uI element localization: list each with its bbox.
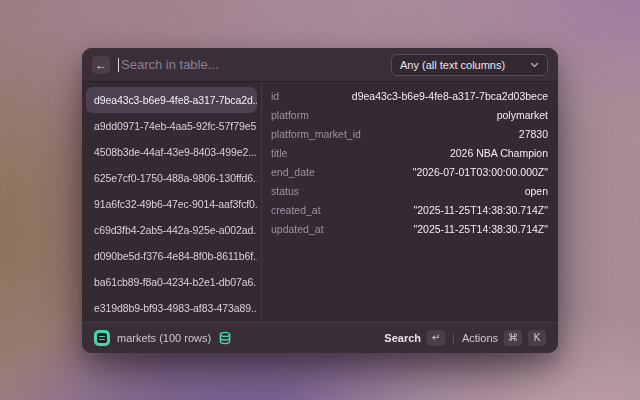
table-search-dialog: ← Any (all text columns) d9ea43c3-b6e9-4…: [82, 48, 558, 353]
chevron-down-icon: [530, 62, 539, 68]
k-key-icon: K: [528, 330, 546, 346]
record-preview: id d9ea43c3-b6e9-4fe8-a317-7bca2d03bece …: [262, 82, 558, 322]
field-key: end_date: [271, 166, 315, 178]
footer-separator: |: [452, 332, 455, 344]
actions-hint-label: Actions: [462, 332, 498, 344]
field-row: created_at "2025-11-25T14:38:30.714Z": [271, 200, 548, 219]
field-row: end_date "2026-07-01T03:00:00.000Z": [271, 162, 548, 181]
status-bar: markets (100 rows) Search ↵ | Actions ⌘ …: [82, 322, 558, 353]
field-key: status: [271, 185, 299, 197]
command-key-icon: ⌘: [504, 330, 522, 346]
list-item[interactable]: 91a6fc32-49b6-47ec-9014-aaf3fcf0...: [86, 191, 257, 217]
field-row: platform_market_id 27830: [271, 124, 548, 143]
field-value: 27830: [519, 128, 548, 140]
results-list: d9ea43c3-b6e9-4fe8-a317-7bca2d... a9dd09…: [82, 82, 262, 322]
search-hint-label: Search: [384, 332, 421, 344]
field-key: title: [271, 147, 287, 159]
field-key: platform_market_id: [271, 128, 361, 140]
search-field-wrap: [118, 57, 383, 72]
field-row: platform polymarket: [271, 105, 548, 124]
list-item[interactable]: a9dd0971-74eb-4aa5-92fc-57f79e5...: [86, 113, 257, 139]
list-item[interactable]: e319d8b9-bf93-4983-af83-473a89...: [86, 295, 257, 321]
dialog-body: d9ea43c3-b6e9-4fe8-a317-7bca2d... a9dd09…: [82, 82, 558, 322]
field-key: platform: [271, 109, 309, 121]
field-key: updated_at: [271, 223, 324, 235]
field-value: 2026 NBA Champion: [450, 147, 548, 159]
field-value: "2025-11-25T14:38:30.714Z": [413, 223, 548, 235]
table-logo-icon: [94, 330, 110, 346]
field-row: status open: [271, 181, 548, 200]
list-item[interactable]: ba61cb89-f8a0-4234-b2e1-db07a6...: [86, 269, 257, 295]
field-value: polymarket: [497, 109, 548, 121]
list-item[interactable]: d9ea43c3-b6e9-4fe8-a317-7bca2d...: [86, 87, 257, 113]
search-input[interactable]: [121, 57, 383, 72]
back-arrow-icon: ←: [95, 58, 107, 72]
field-value: "2025-11-25T14:38:30.714Z": [413, 204, 548, 216]
list-item[interactable]: 4508b3de-44af-43e9-8403-499e2...: [86, 139, 257, 165]
field-row: updated_at "2025-11-25T14:38:30.714Z": [271, 219, 548, 238]
column-filter-value: Any (all text columns): [400, 59, 505, 71]
field-key: id: [271, 90, 279, 102]
field-value: "2026-07-01T03:00:00.000Z": [413, 166, 548, 178]
column-filter-dropdown[interactable]: Any (all text columns): [391, 54, 548, 76]
field-value: d9ea43c3-b6e9-4fe8-a317-7bca2d03bece: [352, 90, 548, 102]
return-key-icon: ↵: [427, 330, 445, 346]
field-value: open: [525, 185, 548, 197]
search-toolbar: ← Any (all text columns): [82, 48, 558, 82]
back-button[interactable]: ←: [92, 56, 110, 74]
database-icon[interactable]: [218, 331, 232, 345]
text-caret: [118, 58, 119, 72]
field-key: created_at: [271, 204, 321, 216]
list-item[interactable]: c69d3fb4-2ab5-442a-925e-a002ad...: [86, 217, 257, 243]
actions-shortcut-button[interactable]: Actions ⌘ K: [462, 330, 546, 346]
table-name-label: markets (100 rows): [117, 332, 211, 344]
list-item[interactable]: d090be5d-f376-4e84-8f0b-8611b6f...: [86, 243, 257, 269]
field-row: title 2026 NBA Champion: [271, 143, 548, 162]
list-item[interactable]: 625e7cf0-1750-488a-9806-130ffd6...: [86, 165, 257, 191]
search-shortcut-button[interactable]: Search ↵: [384, 330, 445, 346]
field-row: id d9ea43c3-b6e9-4fe8-a317-7bca2d03bece: [271, 86, 548, 105]
